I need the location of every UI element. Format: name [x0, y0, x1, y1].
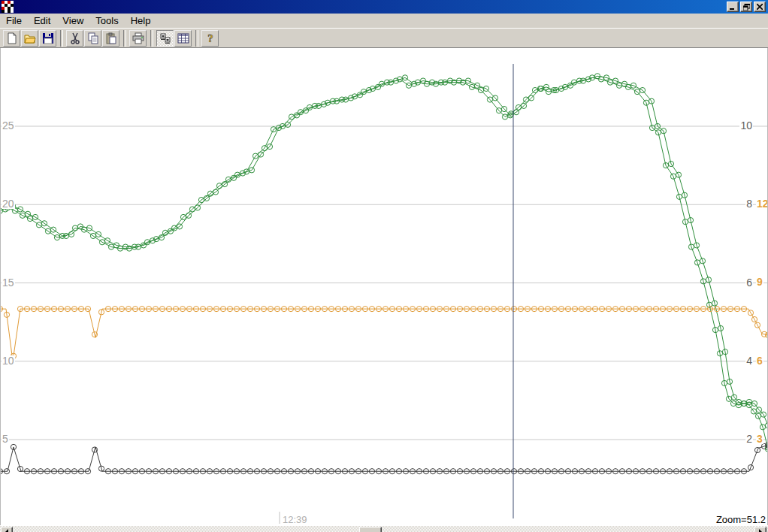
- window-left-edge: [0, 48, 1, 532]
- minimize-icon: [730, 4, 736, 10]
- orange-axis-tick-label: 12: [756, 198, 768, 209]
- series-green-a: [0, 75, 768, 452]
- close-button[interactable]: [754, 2, 766, 12]
- paste-icon: [105, 32, 117, 44]
- titlebar[interactable]: [0, 0, 768, 14]
- chart-view-button[interactable]: [156, 30, 174, 47]
- scroll-left-icon: [2, 529, 8, 532]
- save-icon: [42, 32, 54, 44]
- save-button[interactable]: [39, 30, 56, 47]
- left-axis-tick-label: 15: [2, 277, 15, 288]
- menu-item-edit[interactable]: Edit: [28, 14, 56, 28]
- chart-view-icon: [159, 32, 171, 44]
- print-icon: [132, 32, 144, 44]
- toolbar-separator: [123, 30, 126, 47]
- series-orange: [0, 307, 768, 361]
- menu-item-view[interactable]: View: [56, 14, 89, 28]
- left-axis-tick-label: 25: [2, 120, 15, 131]
- table-view-button[interactable]: [174, 30, 192, 47]
- paste-button[interactable]: [102, 30, 119, 47]
- cut-button[interactable]: [66, 30, 83, 47]
- new-document-icon: [6, 32, 18, 44]
- gridlines: [0, 126, 768, 440]
- menubar: File Edit View Tools Help: [0, 14, 768, 28]
- orange-axis-tick-label: 9: [756, 277, 763, 287]
- copy-button[interactable]: [84, 30, 101, 47]
- menu-item-file[interactable]: File: [0, 14, 28, 28]
- cut-icon: [69, 32, 81, 44]
- open-folder-icon: [24, 32, 36, 44]
- copy-icon: [87, 32, 99, 44]
- time-axis-label: 12:39: [283, 514, 307, 525]
- minimize-button[interactable]: [727, 2, 739, 12]
- scrollbar-thumb[interactable]: [359, 527, 382, 532]
- table-view-icon: [177, 32, 189, 44]
- chart-canvas[interactable]: [0, 48, 768, 525]
- toolbar-separator: [60, 30, 63, 47]
- app-window: 25201510510864212963 12:39 Zoom=51.2: [0, 0, 768, 532]
- toolbar-separator: [150, 30, 153, 47]
- restore-icon: [743, 4, 750, 11]
- right-axis-tick-label: 4: [745, 355, 753, 366]
- close-icon: [757, 4, 763, 10]
- print-button[interactable]: [129, 30, 147, 47]
- right-axis-tick-label: 2: [745, 434, 753, 444]
- toolbar: ?: [0, 28, 768, 48]
- series-dark: [0, 443, 768, 474]
- right-axis-tick-label: 8: [745, 198, 753, 209]
- restore-button[interactable]: [740, 2, 752, 12]
- help-button[interactable]: ?: [201, 30, 219, 47]
- menu-item-help[interactable]: Help: [125, 14, 157, 28]
- left-axis-tick-label: 20: [2, 198, 15, 209]
- checkered-flag-icon: [2, 1, 14, 13]
- left-axis-tick-label: 5: [2, 434, 9, 444]
- scroll-right-button[interactable]: [754, 527, 766, 532]
- scroll-right-icon: [759, 529, 765, 532]
- toolbar-separator: [195, 30, 198, 47]
- svg-text:?: ?: [207, 32, 213, 44]
- orange-axis-tick-label: 6: [756, 355, 763, 366]
- new-document-button[interactable]: [3, 30, 20, 47]
- open-folder-button[interactable]: [21, 30, 38, 47]
- chart-svg: [0, 48, 768, 525]
- help-icon: ?: [204, 32, 216, 44]
- zoom-status-label: Zoom=51.2: [716, 514, 766, 525]
- menu-item-tools[interactable]: Tools: [89, 14, 124, 28]
- right-axis-tick-label: 6: [745, 277, 753, 288]
- scroll-left-button[interactable]: [1, 527, 13, 532]
- series-green-b: [2, 74, 768, 450]
- orange-axis-tick-label: 3: [756, 434, 763, 444]
- right-axis-tick-label: 10: [739, 120, 753, 131]
- horizontal-scrollbar[interactable]: [0, 525, 768, 532]
- left-axis-tick-label: 10: [2, 355, 15, 366]
